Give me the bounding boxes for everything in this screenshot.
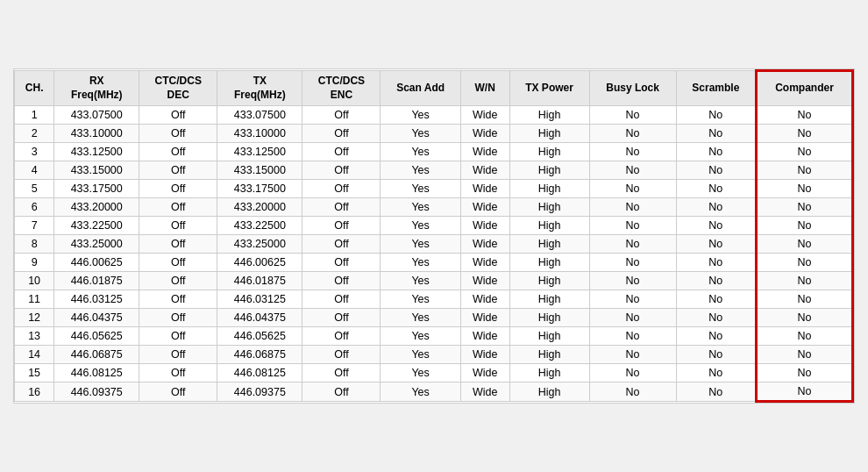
cell-r15-c9: No [676, 383, 756, 402]
cell-r4-c3: 433.17500 [217, 180, 302, 198]
cell-r10-c3: 446.03125 [217, 290, 302, 309]
cell-r11-c9: No [676, 309, 756, 327]
cell-r5-c6: Wide [460, 198, 509, 217]
cell-r15-c2: Off [139, 383, 217, 402]
cell-r1-c9: No [676, 125, 756, 143]
cell-r2-c0: 3 [15, 143, 54, 161]
table-row: 9446.00625Off446.00625OffYesWideHighNoNo… [15, 254, 853, 272]
cell-r3-c2: Off [139, 161, 217, 180]
cell-r15-c1: 446.09375 [54, 383, 139, 402]
cell-r13-c2: Off [139, 346, 217, 364]
cell-r7-c10: No [757, 235, 853, 254]
cell-r14-c4: Off [302, 364, 381, 383]
cell-r7-c8: No [589, 235, 676, 254]
cell-r5-c4: Off [302, 198, 381, 217]
cell-r11-c5: Yes [381, 309, 460, 327]
col-header-4: CTC/DCSENC [302, 70, 381, 105]
cell-r2-c4: Off [302, 143, 381, 161]
cell-r14-c7: High [509, 364, 589, 383]
col-header-10: Compander [757, 70, 853, 105]
cell-r14-c9: No [676, 364, 756, 383]
cell-r8-c10: No [757, 254, 853, 272]
cell-r6-c6: Wide [460, 217, 509, 235]
cell-r5-c1: 433.20000 [54, 198, 139, 217]
table-row: 1433.07500Off433.07500OffYesWideHighNoNo… [15, 106, 853, 125]
cell-r4-c9: No [676, 180, 756, 198]
cell-r12-c7: High [509, 327, 589, 346]
col-header-7: TX Power [509, 70, 589, 105]
cell-r6-c2: Off [139, 217, 217, 235]
table-row: 12446.04375Off446.04375OffYesWideHighNoN… [15, 309, 853, 327]
cell-r12-c6: Wide [460, 327, 509, 346]
cell-r1-c1: 433.10000 [54, 125, 139, 143]
cell-r9-c5: Yes [381, 272, 460, 290]
cell-r10-c0: 11 [15, 290, 54, 309]
cell-r7-c4: Off [302, 235, 381, 254]
cell-r6-c4: Off [302, 217, 381, 235]
cell-r0-c8: No [589, 106, 676, 125]
cell-r8-c0: 9 [15, 254, 54, 272]
cell-r0-c5: Yes [381, 106, 460, 125]
cell-r1-c10: No [757, 125, 853, 143]
cell-r8-c2: Off [139, 254, 217, 272]
cell-r1-c6: Wide [460, 125, 509, 143]
cell-r5-c10: No [757, 198, 853, 217]
cell-r8-c3: 446.00625 [217, 254, 302, 272]
cell-r10-c5: Yes [381, 290, 460, 309]
cell-r7-c1: 433.25000 [54, 235, 139, 254]
cell-r3-c1: 433.15000 [54, 161, 139, 180]
cell-r9-c9: No [676, 272, 756, 290]
table-row: 15446.08125Off446.08125OffYesWideHighNoN… [15, 364, 853, 383]
cell-r3-c8: No [589, 161, 676, 180]
cell-r5-c3: 433.20000 [217, 198, 302, 217]
table-row: 8433.25000Off433.25000OffYesWideHighNoNo… [15, 235, 853, 254]
cell-r3-c5: Yes [381, 161, 460, 180]
cell-r8-c6: Wide [460, 254, 509, 272]
cell-r13-c5: Yes [381, 346, 460, 364]
col-header-5: Scan Add [381, 70, 460, 105]
cell-r6-c9: No [676, 217, 756, 235]
cell-r6-c5: Yes [381, 217, 460, 235]
cell-r10-c9: No [676, 290, 756, 309]
cell-r12-c9: No [676, 327, 756, 346]
cell-r2-c7: High [509, 143, 589, 161]
table-body: 1433.07500Off433.07500OffYesWideHighNoNo… [15, 106, 853, 402]
cell-r14-c3: 446.08125 [217, 364, 302, 383]
cell-r11-c10: No [757, 309, 853, 327]
cell-r4-c6: Wide [460, 180, 509, 198]
cell-r12-c5: Yes [381, 327, 460, 346]
cell-r9-c6: Wide [460, 272, 509, 290]
cell-r15-c5: Yes [381, 383, 460, 402]
cell-r10-c1: 446.03125 [54, 290, 139, 309]
cell-r12-c1: 446.05625 [54, 327, 139, 346]
cell-r5-c7: High [509, 198, 589, 217]
cell-r11-c6: Wide [460, 309, 509, 327]
cell-r13-c0: 14 [15, 346, 54, 364]
cell-r10-c8: No [589, 290, 676, 309]
cell-r12-c4: Off [302, 327, 381, 346]
cell-r13-c7: High [509, 346, 589, 364]
table-row: 7433.22500Off433.22500OffYesWideHighNoNo… [15, 217, 853, 235]
cell-r4-c1: 433.17500 [54, 180, 139, 198]
cell-r14-c0: 15 [15, 364, 54, 383]
cell-r0-c6: Wide [460, 106, 509, 125]
cell-r7-c7: High [509, 235, 589, 254]
cell-r14-c5: Yes [381, 364, 460, 383]
cell-r2-c6: Wide [460, 143, 509, 161]
cell-r1-c4: Off [302, 125, 381, 143]
cell-r12-c3: 446.05625 [217, 327, 302, 346]
cell-r5-c5: Yes [381, 198, 460, 217]
col-header-2: CTC/DCSDEC [139, 70, 217, 105]
cell-r14-c8: No [589, 364, 676, 383]
cell-r3-c7: High [509, 161, 589, 180]
cell-r14-c10: No [757, 364, 853, 383]
cell-r11-c8: No [589, 309, 676, 327]
cell-r5-c9: No [676, 198, 756, 217]
col-header-9: Scramble [676, 70, 756, 105]
cell-r0-c2: Off [139, 106, 217, 125]
cell-r2-c9: No [676, 143, 756, 161]
cell-r13-c3: 446.06875 [217, 346, 302, 364]
table-row: 16446.09375Off446.09375OffYesWideHighNoN… [15, 383, 853, 402]
cell-r15-c3: 446.09375 [217, 383, 302, 402]
cell-r4-c4: Off [302, 180, 381, 198]
